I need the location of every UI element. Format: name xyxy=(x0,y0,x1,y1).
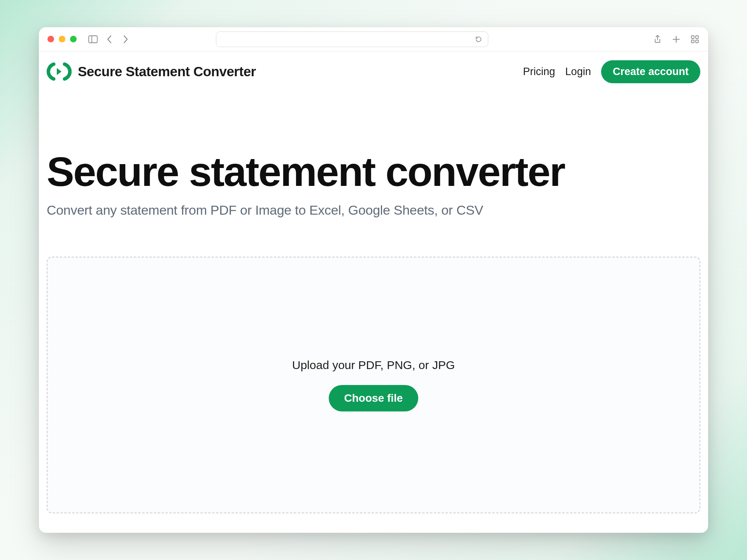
browser-nav-controls xyxy=(88,35,130,44)
svg-rect-0 xyxy=(89,36,97,43)
choose-file-button[interactable]: Choose file xyxy=(329,385,419,411)
page-content: Secure Statement Converter Pricing Login… xyxy=(39,51,708,533)
share-icon[interactable] xyxy=(653,35,662,44)
dropzone-label: Upload your PDF, PNG, or JPG xyxy=(292,359,455,372)
upload-dropzone[interactable]: Upload your PDF, PNG, or JPG Choose file xyxy=(47,257,700,513)
create-account-button[interactable]: Create account xyxy=(601,60,700,83)
address-bar[interactable] xyxy=(216,32,488,47)
browser-right-controls xyxy=(653,35,700,44)
back-button-icon[interactable] xyxy=(105,35,114,44)
hero-section: Secure statement converter Convert any s… xyxy=(39,92,708,218)
svg-rect-5 xyxy=(696,36,698,38)
minimize-window-button[interactable] xyxy=(59,36,65,42)
sidebar-toggle-icon[interactable] xyxy=(88,35,98,44)
brand[interactable]: Secure Statement Converter xyxy=(47,62,256,81)
close-window-button[interactable] xyxy=(47,36,54,42)
svg-rect-4 xyxy=(691,36,694,38)
reload-icon[interactable] xyxy=(475,35,482,43)
nav-pricing-link[interactable]: Pricing xyxy=(523,66,555,78)
hero-title: Secure statement converter xyxy=(47,150,700,193)
site-header: Secure Statement Converter Pricing Login… xyxy=(39,51,708,92)
brand-name: Secure Statement Converter xyxy=(78,64,256,79)
window-controls xyxy=(47,36,77,42)
hero-subtitle: Convert any statement from PDF or Image … xyxy=(47,203,700,218)
nav-login-link[interactable]: Login xyxy=(565,66,591,78)
tabs-overview-icon[interactable] xyxy=(690,35,700,44)
main-nav: Pricing Login Create account xyxy=(523,60,700,83)
maximize-window-button[interactable] xyxy=(70,36,77,42)
forward-button-icon[interactable] xyxy=(121,35,130,44)
new-tab-icon[interactable] xyxy=(672,35,681,44)
svg-rect-6 xyxy=(691,40,694,43)
browser-chrome xyxy=(39,27,708,51)
svg-rect-7 xyxy=(696,40,698,43)
browser-window: Secure Statement Converter Pricing Login… xyxy=(39,27,708,533)
brand-logo-icon xyxy=(47,62,72,81)
